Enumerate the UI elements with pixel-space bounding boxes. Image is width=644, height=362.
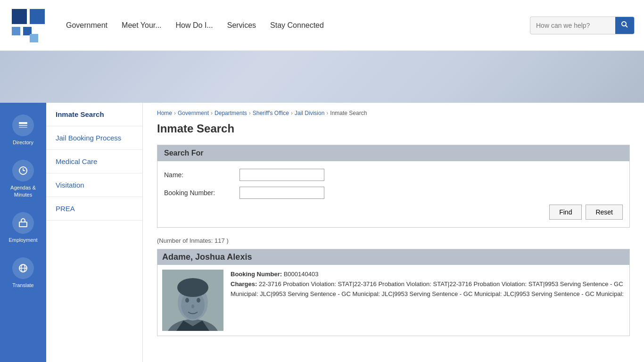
sidebar-item-agendas[interactable]: Agendas &Minutes	[0, 153, 46, 205]
search-for-header: Search For	[157, 145, 629, 161]
breadcrumb-home[interactable]: Home	[157, 110, 172, 116]
find-button[interactable]: Find	[549, 205, 582, 220]
secondary-nav: Inmate Search Jail Booking Process Medic…	[46, 103, 143, 362]
sidebar-item-translate[interactable]: Translate	[0, 250, 46, 296]
svg-rect-0	[12, 9, 27, 24]
breadcrumb-departments[interactable]: Departments	[215, 110, 247, 116]
svg-line-6	[626, 25, 627, 27]
sidebar-icons: Directory Agendas &Minutes Employment	[0, 103, 46, 362]
nav-medical-care[interactable]: Medical Care	[46, 150, 142, 173]
breadcrumb: Home › Government › Departments › Sherif…	[157, 110, 630, 116]
logo-icon	[9, 7, 47, 44]
svg-point-5	[622, 22, 626, 26]
employment-label: Employment	[8, 237, 37, 243]
main-navigation: Government Meet Your... How Do I... Serv…	[66, 21, 530, 30]
nav-stay-connected[interactable]: Stay Connected	[270, 21, 324, 30]
charges-label: Charges:	[231, 280, 257, 288]
logo-area[interactable]	[9, 7, 47, 44]
nav-government[interactable]: Government	[66, 21, 107, 30]
svg-rect-2	[12, 27, 20, 35]
inmate-info: Booking Number: B000140403 Charges: 22-3…	[231, 270, 625, 331]
booking-row: Booking Number:	[164, 187, 623, 199]
breadcrumb-sep-3: ›	[249, 110, 251, 116]
nav-meet-your[interactable]: Meet Your...	[122, 21, 162, 30]
nav-inmate-search[interactable]: Inmate Search	[46, 103, 142, 126]
search-for-box: Search For Name: Booking Number: Find Re…	[157, 145, 630, 228]
name-input[interactable]	[239, 169, 324, 181]
inmate-photo	[162, 270, 223, 331]
svg-rect-9	[19, 127, 27, 128]
svg-rect-4	[30, 34, 38, 42]
charges-value: 22-3716 Probation Violation: STAT|22-371…	[231, 280, 624, 297]
svg-point-23	[191, 304, 194, 308]
breadcrumb-government[interactable]: Government	[178, 110, 209, 116]
name-row: Name:	[164, 169, 623, 181]
breadcrumb-sheriffs[interactable]: Sheriff's Office	[253, 110, 289, 116]
search-icon	[621, 21, 628, 28]
booking-number-row: Booking Number: B000140403	[231, 270, 625, 280]
sidebar-item-employment[interactable]: Employment	[0, 205, 46, 250]
breadcrumb-sep-2: ›	[211, 110, 213, 116]
breadcrumb-sep-5: ›	[326, 110, 328, 116]
agendas-icon	[12, 160, 34, 181]
results-count: (Number of Inmates: 117 )	[157, 237, 630, 244]
main-layout: Directory Agendas &Minutes Employment	[0, 103, 644, 362]
breadcrumb-current: Inmate Search	[330, 110, 367, 116]
header: Government Meet Your... How Do I... Serv…	[0, 0, 644, 51]
svg-rect-1	[30, 9, 45, 24]
inmate-row: Adame, Joshua Alexis	[157, 249, 630, 336]
employment-icon	[12, 212, 34, 234]
directory-label: Directory	[13, 139, 33, 146]
svg-rect-8	[19, 125, 27, 126]
svg-rect-7	[19, 122, 27, 124]
sidebar-item-directory[interactable]: Directory	[0, 107, 46, 153]
inmate-detail: Booking Number: B000140403 Charges: 22-3…	[157, 265, 629, 336]
inmate-photo-svg	[162, 270, 223, 331]
nav-how-do-i[interactable]: How Do I...	[176, 21, 213, 30]
search-button[interactable]	[615, 17, 634, 34]
charges-row: Charges: 22-3716 Probation Violation: ST…	[231, 280, 625, 299]
form-buttons: Find Reset	[164, 205, 623, 220]
agendas-label: Agendas &Minutes	[10, 184, 36, 198]
booking-number-label: Booking Number:	[231, 271, 282, 278]
translate-label: Translate	[12, 282, 33, 288]
name-label: Name:	[164, 171, 239, 179]
svg-point-24	[177, 278, 208, 297]
svg-rect-13	[19, 222, 27, 227]
svg-point-21	[185, 298, 189, 303]
booking-label: Booking Number:	[164, 189, 239, 197]
search-for-body: Name: Booking Number: Find Reset	[157, 161, 629, 227]
breadcrumb-sep-4: ›	[291, 110, 293, 116]
breadcrumb-jail[interactable]: Jail Division	[295, 110, 324, 116]
svg-point-22	[197, 298, 200, 303]
booking-number-value: B000140403	[284, 271, 319, 278]
inmate-name-header: Adame, Joshua Alexis	[157, 249, 629, 265]
nav-jail-booking[interactable]: Jail Booking Process	[46, 126, 142, 150]
search-bar	[530, 16, 635, 34]
nav-visitation[interactable]: Visitation	[46, 173, 142, 197]
translate-icon	[12, 257, 34, 279]
page-title: Inmate Search	[157, 122, 630, 135]
search-input[interactable]	[530, 18, 615, 33]
reset-button[interactable]: Reset	[586, 205, 623, 220]
nav-services[interactable]: Services	[227, 21, 256, 30]
hero-banner	[0, 51, 644, 103]
directory-icon	[12, 115, 34, 136]
booking-input[interactable]	[239, 187, 324, 199]
nav-prea[interactable]: PREA	[46, 197, 142, 221]
content-area: Home › Government › Departments › Sherif…	[143, 103, 644, 362]
breadcrumb-sep-1: ›	[174, 110, 176, 116]
